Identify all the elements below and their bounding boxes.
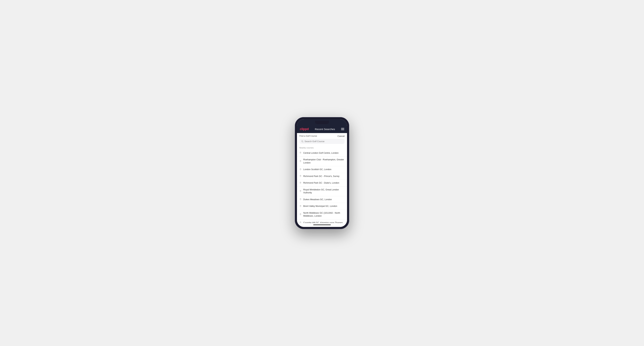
svg-point-6 xyxy=(300,182,301,183)
course-name: London Scottish GC, London xyxy=(303,168,332,171)
location-pin-icon xyxy=(300,152,302,154)
svg-point-2 xyxy=(300,153,301,153)
search-header: Find a Golf Course Cancel xyxy=(300,135,344,137)
nearby-label: Nearby courses xyxy=(297,145,347,150)
header-title: Recent Searches xyxy=(315,128,335,131)
course-list: Central London Golf Centre, London Roeha… xyxy=(297,150,347,223)
list-item[interactable]: Dukes Meadows GC, London xyxy=(297,196,347,203)
home-bar xyxy=(313,224,331,225)
location-pin-icon xyxy=(300,205,302,207)
notch-area xyxy=(297,119,347,126)
app-header: clippd Recent Searches xyxy=(297,126,347,133)
list-item[interactable]: Roehampton Club - Roehampton, Greater Lo… xyxy=(297,157,347,166)
notch xyxy=(315,121,329,124)
list-item[interactable]: Brent Valley Municipal GC, London xyxy=(297,203,347,210)
location-pin-icon xyxy=(300,160,302,163)
svg-point-8 xyxy=(300,199,301,199)
list-item[interactable]: Richmond Park GC - Prince's, Surrey xyxy=(297,173,347,180)
location-pin-icon xyxy=(300,175,302,177)
course-name: Coombe Hill GC, Kingston upon Thames xyxy=(303,221,343,223)
course-name: Roehampton Club - Roehampton, Greater Lo… xyxy=(303,158,344,164)
phone-frame: clippd Recent Searches Find a Golf Cours… xyxy=(295,117,349,229)
list-item[interactable]: North Middlesex GC (1011942 - North Midd… xyxy=(297,210,347,220)
nearby-section: Nearby courses Central London Golf Centr… xyxy=(297,145,347,223)
location-pin-icon xyxy=(300,168,302,171)
list-item[interactable]: Royal Wimbledon GC, Great London Authori… xyxy=(297,186,347,196)
svg-point-9 xyxy=(300,206,301,206)
location-pin-icon xyxy=(300,182,302,184)
list-item[interactable]: Richmond Park GC - Duke's, London xyxy=(297,180,347,186)
course-name: Royal Wimbledon GC, Great London Authori… xyxy=(303,188,344,194)
location-pin-icon xyxy=(300,190,302,192)
list-item[interactable]: Coombe Hill GC, Kingston upon Thames xyxy=(297,220,347,223)
svg-point-3 xyxy=(300,161,301,161)
course-name: North Middlesex GC (1011942 - North Midd… xyxy=(303,211,344,218)
cancel-button[interactable]: Cancel xyxy=(338,135,344,137)
search-input[interactable] xyxy=(304,140,343,143)
app-logo: clippd xyxy=(300,127,309,131)
menu-icon[interactable] xyxy=(341,128,344,130)
list-item[interactable]: London Scottish GC, London xyxy=(297,166,347,173)
home-indicator xyxy=(297,223,347,227)
location-pin-icon xyxy=(300,198,302,201)
svg-point-7 xyxy=(300,190,301,191)
search-input-wrapper xyxy=(300,139,344,144)
search-icon xyxy=(301,140,304,143)
location-pin-icon xyxy=(300,213,302,216)
course-name: Central London Golf Centre, London xyxy=(303,152,339,155)
svg-line-1 xyxy=(303,142,303,142)
svg-point-4 xyxy=(300,169,301,170)
svg-point-5 xyxy=(300,176,301,176)
location-pin-icon xyxy=(300,221,302,223)
course-name: Dukes Meadows GC, London xyxy=(303,198,332,201)
find-label: Find a Golf Course xyxy=(300,135,317,137)
course-name: Richmond Park GC - Prince's, Surrey xyxy=(303,175,340,178)
list-item[interactable]: Central London Golf Centre, London xyxy=(297,150,347,157)
svg-point-11 xyxy=(300,222,301,223)
course-name: Brent Valley Municipal GC, London xyxy=(303,205,337,208)
phone-screen: clippd Recent Searches Find a Golf Cours… xyxy=(297,119,347,227)
svg-point-10 xyxy=(300,214,301,214)
course-name: Richmond Park GC - Duke's, London xyxy=(303,181,339,185)
search-area: Find a Golf Course Cancel xyxy=(297,133,347,145)
